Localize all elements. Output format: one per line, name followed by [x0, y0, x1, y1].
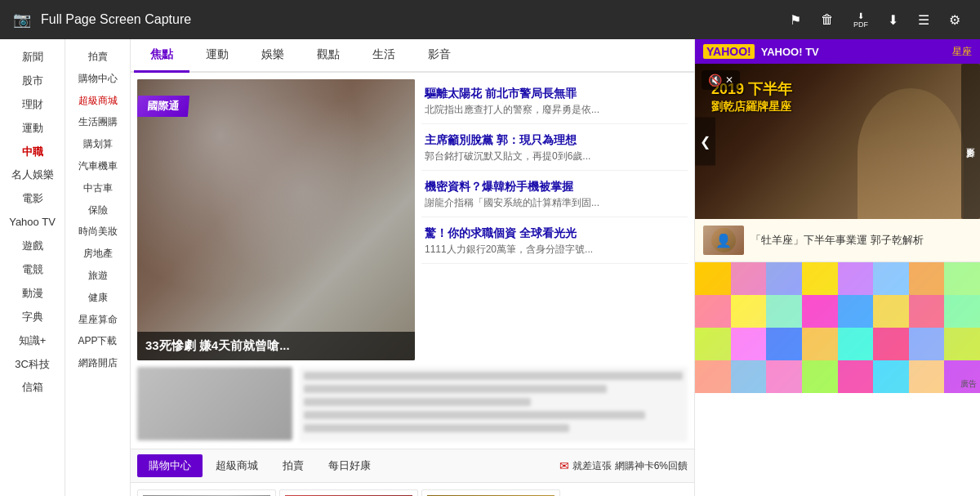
- sidebar-item-mail[interactable]: 信箱: [0, 376, 65, 400]
- video-figure: [858, 88, 964, 219]
- trash-button[interactable]: 🗑: [814, 7, 840, 32]
- sidebar-item-finance[interactable]: 理財: [0, 93, 65, 117]
- side-news-list: 驅離太陽花 前北市警局長無罪 北院指出應查打人的警察，廢昇勇是依... 主席籲別…: [421, 79, 688, 360]
- close-icon-video: ✕: [725, 74, 733, 86]
- news-tabs: 焦點 運動 娛樂 觀點 生活 影音: [131, 39, 694, 73]
- sidebar-item-stock[interactable]: 股市: [0, 69, 65, 93]
- video-rec-title: 「牡羊座」下半年事業運 郭子乾解析: [751, 234, 924, 248]
- sidebar2-item-usedcar[interactable]: 中古車: [65, 177, 130, 199]
- video-recommendation[interactable]: 👤 「牡羊座」下半年事業運 郭子乾解析: [695, 219, 980, 262]
- news-area: 國際通 33死慘劇 嫌4天前就曾嗆... 驅離太陽花 前北市警局長無罪 北院指出…: [131, 73, 694, 367]
- shopping-promo[interactable]: ✉ 就差這張 網購神卡6%回饋: [559, 459, 688, 473]
- settings-button[interactable]: ⚙: [942, 7, 967, 33]
- news-item-4[interactable]: 驚！你的求職個資 全球看光光 1111人力銀行20萬筆，含身分證字號...: [421, 219, 688, 264]
- main-news-title: 33死慘劇 嫌4天前就曾嗆...: [137, 332, 415, 360]
- news-desc-1: 北院指出應查打人的警察，廢昇勇是依...: [425, 103, 684, 117]
- shop-tab-mall[interactable]: 購物中心: [137, 454, 203, 477]
- sidebar2-item-horoscope[interactable]: 星座算命: [65, 309, 130, 331]
- video-player[interactable]: 2019 下半年 劉乾店羅牌星座 🔇 ✕ 更多影片 ❮: [695, 64, 980, 219]
- shop-tab-auction[interactable]: 拍賣: [271, 454, 315, 477]
- news-desc-3: 謝龍介指稱「國安系統的計算精準到固...: [425, 196, 684, 210]
- sidebar2-item-store[interactable]: 網路開店: [65, 352, 130, 374]
- video-mute-button[interactable]: 🔇 ✕: [702, 70, 740, 90]
- ad-text: [299, 367, 688, 442]
- right-sidebar: YAHOO! YAHOO! TV 星座 2019 下半年 劉乾店羅牌星座 🔇 ✕…: [694, 39, 980, 496]
- sidebar2-item-shopping[interactable]: 購物中心: [65, 68, 130, 90]
- news-title-2: 主席籲別脫黨 郭：現只為理想: [425, 132, 684, 147]
- ad-pixelated: [695, 262, 980, 393]
- sidebar-item-baseball[interactable]: 中職: [0, 141, 65, 164]
- news-desc-2: 郭台銘打破沉默又貼文，再提0到6歲...: [425, 150, 684, 163]
- main-news-card[interactable]: 國際通 33死慘劇 嫌4天前就曾嗆...: [137, 79, 415, 360]
- video-prev-button[interactable]: ❮: [695, 118, 715, 166]
- sidebar-item-news[interactable]: 新聞: [0, 46, 65, 69]
- sidebar-item-yahoo-tv[interactable]: Yahoo TV: [0, 211, 65, 235]
- toolbar-actions: ⚑ 🗑 ⬇ PDF ⬇ ☰ ⚙: [783, 7, 967, 34]
- news-item-3[interactable]: 機密資料？爆韓粉手機被掌握 謝龍介指稱「國安系統的計算精準到固...: [421, 172, 688, 217]
- yahoo-logo: YAHOO!: [703, 44, 755, 59]
- content-area: 焦點 運動 娛樂 觀點 生活 影音 國際通 33死慘劇 嫌4天前就曾嗆... 驅…: [131, 39, 694, 496]
- sidebar2-item-insurance[interactable]: 保險: [65, 199, 130, 221]
- sidebar-item-movie[interactable]: 電影: [0, 187, 65, 211]
- sidebar2-item-groupbuy[interactable]: 生活團購: [65, 111, 130, 133]
- tab-video[interactable]: 影音: [412, 39, 467, 73]
- tab-focus[interactable]: 焦點: [134, 39, 189, 73]
- left-sidebar: 新聞 股市 理財 運動 中職 名人娛樂 電影 Yahoo TV 遊戲 電競 動漫…: [0, 39, 65, 496]
- news-image: [137, 79, 415, 360]
- sidebar-item-dictionary[interactable]: 字典: [0, 306, 65, 329]
- sidebar-item-celebrity[interactable]: 名人娛樂: [0, 163, 65, 187]
- sidebar-item-sports[interactable]: 運動: [0, 117, 65, 141]
- flag-button[interactable]: ⚑: [783, 7, 808, 33]
- sidebar2-item-app[interactable]: APP下載: [65, 330, 130, 352]
- shop-tab-supermart[interactable]: 超級商城: [204, 454, 270, 477]
- product-1[interactable]: iPad Apple 2018 iPad 9.7吋 32G WiFi: [137, 489, 276, 496]
- ad-section: [131, 367, 694, 449]
- main-container: 新聞 股市 理財 運動 中職 名人娛樂 電影 Yahoo TV 遊戲 電競 動漫…: [0, 39, 980, 496]
- news-title-1: 驅離太陽花 前北市警局長無罪: [425, 86, 684, 101]
- sidebar2-item-realestate[interactable]: 房地產: [65, 243, 130, 265]
- star-label: 星座: [952, 45, 972, 59]
- mute-icon: 🔇: [708, 74, 722, 87]
- shop-tab-daily[interactable]: 每日好康: [317, 454, 382, 477]
- sidebar2-item-travel[interactable]: 旅遊: [65, 265, 130, 287]
- news-item-1[interactable]: 驅離太陽花 前北市警局長無罪 北院指出應查打人的警察，廢昇勇是依...: [421, 79, 688, 124]
- camera-icon: 📷: [13, 11, 31, 29]
- tab-entertainment[interactable]: 娛樂: [245, 39, 301, 73]
- doc-button[interactable]: ☰: [911, 7, 936, 33]
- video-thumb: 👤: [703, 226, 744, 255]
- sidebar2-item-deals[interactable]: 購划算: [65, 133, 130, 155]
- news-title-4: 驚！你的求職個資 全球看光光: [425, 226, 684, 240]
- sidebar2-item-auto[interactable]: 汽車機車: [65, 155, 130, 177]
- yahoo-tv-label: YAHOO! TV: [761, 46, 819, 58]
- tab-sports[interactable]: 運動: [189, 39, 245, 73]
- avatar: 👤: [711, 228, 736, 252]
- video-subtitle: 劉乾店羅牌星座: [711, 99, 792, 114]
- shopping-tabs: 購物中心 超級商城 拍賣 每日好康 ✉ 就差這張 網購神卡6%回饋: [131, 449, 694, 483]
- more-videos-button[interactable]: 更多影片: [961, 64, 980, 219]
- sidebar-item-games[interactable]: 遊戲: [0, 235, 65, 258]
- sidebar-item-tech[interactable]: 3C科技: [0, 353, 65, 377]
- toolbar: 📷 Full Page Screen Capture ⚑ 🗑 ⬇ PDF ⬇ ☰…: [0, 0, 980, 39]
- promo-text: 就差這張 網購神卡6%回饋: [572, 459, 688, 473]
- ad-image-left: [137, 367, 292, 440]
- sidebar2-item-supermart[interactable]: 超級商城: [65, 90, 130, 112]
- sidebar2-item-beauty[interactable]: 時尚美妝: [65, 221, 130, 243]
- product-row: iPad Apple 2018 iPad 9.7吋 32G WiFi 任天堂 N…: [131, 483, 694, 496]
- download-button[interactable]: ⬇: [881, 7, 905, 33]
- sidebar-item-esports[interactable]: 電競: [0, 258, 65, 282]
- right-ad: 廣告: [695, 262, 980, 393]
- product-3[interactable]: 西雅圖沖泡綜合 濾掛咖啡: [421, 489, 560, 496]
- sidebar-item-anime[interactable]: 動漫: [0, 282, 65, 306]
- tab-life[interactable]: 生活: [356, 39, 412, 73]
- news-title-3: 機密資料？爆韓粉手機被掌握: [425, 179, 684, 194]
- sidebar2-item-health[interactable]: 健康: [65, 287, 130, 309]
- app-title: Full Page Screen Capture: [41, 12, 773, 27]
- ad-watermark: 廣告: [960, 378, 977, 390]
- email-icon: ✉: [559, 459, 569, 472]
- pdf-button[interactable]: ⬇ PDF: [847, 7, 875, 34]
- sidebar2-item-auction[interactable]: 拍賣: [65, 46, 130, 68]
- tab-opinion[interactable]: 觀點: [301, 39, 356, 73]
- product-2[interactable]: 任天堂 Nintendo Switch 雲朵版: [279, 489, 418, 496]
- sidebar-item-knowledge[interactable]: 知識+: [0, 329, 65, 353]
- news-item-2[interactable]: 主席籲別脫黨 郭：現只為理想 郭台銘打破沉默又貼文，再提0到6歲...: [421, 126, 688, 171]
